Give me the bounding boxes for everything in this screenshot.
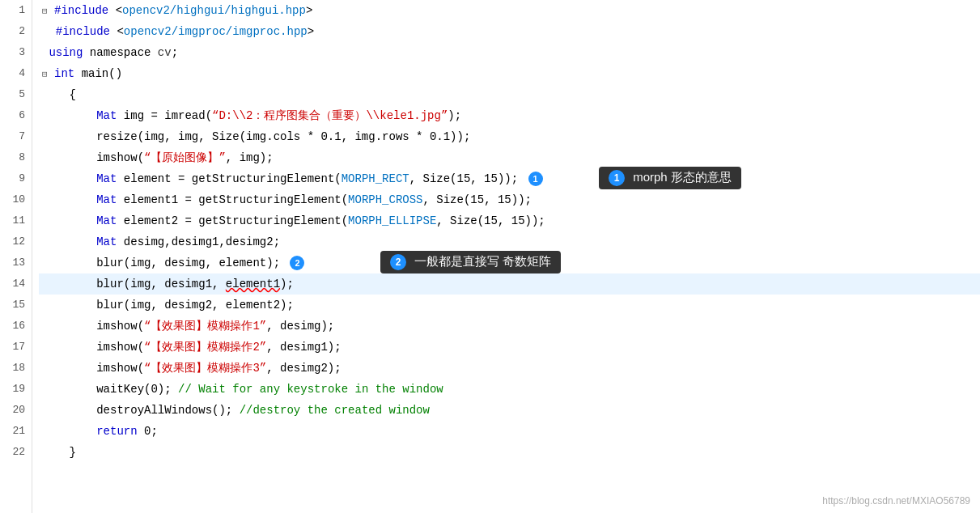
code-text-1b: >	[306, 4, 312, 17]
tooltip-2-text: 一般都是直接写 奇数矩阵	[414, 254, 551, 268]
kw-using: using	[49, 46, 83, 59]
code-line-22: }	[39, 442, 980, 463]
str-16: “【效果图】模糊操作1”	[144, 320, 266, 333]
code-text-1: <	[116, 4, 122, 17]
code-text-15: blur(img, desimg2, element2);	[96, 299, 294, 312]
line-num-4: 4	[0, 63, 32, 84]
directive-2: #include	[56, 25, 110, 38]
badge-2: 2	[290, 256, 304, 270]
code-line-1: ⊟ #include <opencv2/highgui/highgui.hpp>	[39, 0, 980, 21]
code-line-8: imshow(“【原始图像】”, img);	[39, 147, 980, 168]
code-text-18a: imshow(	[96, 362, 144, 375]
line-num-10: 10	[0, 189, 32, 210]
code-text-14c: );	[280, 278, 294, 290]
code-text-4: main()	[82, 67, 122, 80]
line-num-11: 11	[0, 210, 32, 231]
code-text-22: }	[70, 446, 76, 459]
code-area: 1 2 3 4 5 6 7 8 9 10 11 12 13 14 15 16 1…	[0, 0, 980, 513]
line-num-22: 22	[0, 442, 32, 463]
collapse-icon-1[interactable]: ⊟	[42, 6, 48, 16]
tooltip-2-badge: 2	[390, 254, 406, 270]
tooltip-1-text: morph 形态的意思	[633, 170, 732, 184]
include-path-1: opencv2/highgui/highgui.hpp	[122, 4, 306, 17]
line-num-20: 20	[0, 400, 32, 421]
code-text-5: {	[70, 88, 76, 101]
code-text-9a: element = getStructuringElement(	[124, 172, 342, 185]
line-num-7: 7	[0, 126, 32, 147]
line-num-21: 21	[0, 421, 32, 442]
editor-container: 1 2 3 4 5 6 7 8 9 10 11 12 13 14 15 16 1…	[0, 0, 980, 513]
line-num-15: 15	[0, 295, 32, 316]
tooltip-1-badge: 1	[609, 170, 625, 186]
code-line-21: return 0;	[39, 421, 980, 442]
code-text-11a: element2 = getStructuringElement(	[124, 214, 348, 227]
line-num-13: 13	[0, 252, 32, 273]
code-line-15: blur(img, desimg2, element2);	[39, 295, 980, 316]
tooltip-2: 2 一般都是直接写 奇数矩阵	[380, 251, 561, 273]
code-text-3b: ;	[172, 46, 178, 59]
collapse-icon-4[interactable]: ⊟	[42, 70, 48, 79]
code-line-3: using namespace cv;	[39, 42, 980, 63]
cn-morphcross: MORPH_CROSS	[348, 193, 422, 206]
kw-mat-10: Mat	[96, 193, 117, 206]
line-num-2: 2	[0, 21, 32, 42]
kw-mat-11: Mat	[96, 214, 117, 227]
code-text-14a: blur(img, desimg1,	[96, 278, 226, 290]
code-text-19a: waitKey(0);	[96, 383, 178, 396]
code-text-10b: , Size(15, 15));	[423, 193, 532, 206]
code-text-7: resize(img, img, Size(img.cols * 0.1, im…	[96, 130, 470, 143]
watermark: https://blog.csdn.net/MXIAO56789	[822, 495, 970, 507]
code-line-11: Mat element2 = getStructuringElement(MOR…	[39, 210, 980, 231]
code-text-17b: , desimg1);	[266, 341, 341, 354]
code-line-10: Mat element1 = getStructuringElement(MOR…	[39, 189, 980, 210]
code-text-8a: imshow(	[96, 151, 144, 164]
code-text-11b: , Size(15, 15));	[436, 214, 545, 227]
code-text-21: 0;	[144, 425, 158, 438]
code-line-12: Mat desimg,desimg1,desimg2;	[39, 231, 980, 252]
line-num-19: 19	[0, 379, 32, 400]
line-num-16: 16	[0, 316, 32, 337]
code-text-2: <	[117, 25, 123, 38]
str-8: “【原始图像】”	[144, 151, 226, 164]
line-num-18: 18	[0, 358, 32, 379]
line-num-1: 1	[0, 0, 32, 21]
code-line-5: {	[39, 84, 980, 105]
line-num-8: 8	[0, 147, 32, 168]
line-num-12: 12	[0, 231, 32, 252]
code-line-16: imshow(“【效果图】模糊操作1”, desimg);	[39, 316, 980, 337]
code-line-2: #include <opencv2/imgproc/imgproc.hpp>	[39, 21, 980, 42]
str-6: “D:\\2：程序图集合（重要）\\kele1.jpg”	[212, 109, 448, 122]
badge-1: 1	[528, 172, 543, 186]
directive-1: #include	[54, 4, 108, 17]
code-text-14b: element1	[226, 278, 280, 290]
code-text-9b: , Size(15, 15));	[409, 172, 525, 185]
kw-mat-9: Mat	[96, 172, 117, 185]
kw-mat-12: Mat	[96, 235, 117, 248]
line-num-6: 6	[0, 105, 32, 126]
tooltip-1: 1 morph 形态的意思	[599, 167, 741, 189]
code-text-10a: element1 = getStructuringElement(	[124, 193, 348, 206]
code-line-14: blur(img, desimg1, element1);	[39, 273, 980, 295]
comment-20: //destroy the created window	[240, 404, 430, 417]
code-text-2b: >	[308, 25, 314, 38]
line-num-14: 14	[0, 273, 32, 295]
kw-int: int	[54, 67, 74, 80]
code-line-18: imshow(“【效果图】模糊操作3”, desimg2);	[39, 358, 980, 379]
comment-19: // Wait for any keystroke in the window	[178, 383, 443, 396]
kw-return: return	[96, 425, 137, 438]
code-text-20a: destroyAllWindows();	[96, 404, 239, 417]
code-line-6: Mat img = imread(“D:\\2：程序图集合（重要）\\kele1…	[39, 105, 980, 126]
include-path-2: opencv2/imgproc/imgproc.hpp	[124, 25, 308, 38]
ns-cv: cv	[158, 46, 172, 59]
kw-mat-6: Mat	[96, 109, 117, 122]
str-17: “【效果图】模糊操作2”	[144, 341, 266, 354]
code-text-16b: , desimg);	[266, 320, 334, 333]
str-18: “【效果图】模糊操作3”	[144, 362, 266, 375]
line-num-3: 3	[0, 42, 32, 63]
line-num-9: 9	[0, 168, 32, 189]
code-text-13a: blur(img, desimg, element);	[96, 256, 286, 269]
code-text-18b: , desimg2);	[266, 362, 341, 375]
code-text-3: namespace	[90, 46, 158, 59]
line-num-17: 17	[0, 337, 32, 358]
line-num-5: 5	[0, 84, 32, 105]
